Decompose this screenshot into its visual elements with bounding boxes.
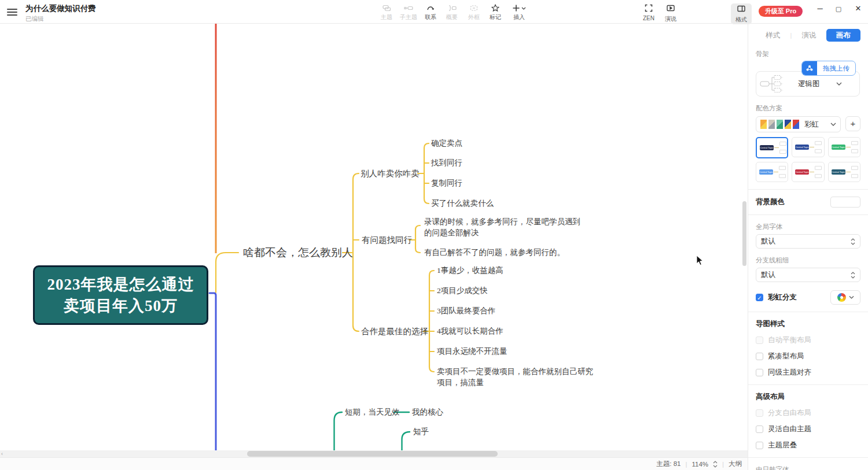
theme-card[interactable]: Central Topic <box>828 137 860 157</box>
topic-node[interactable]: 有问题找同行 <box>362 235 412 246</box>
zen-mode-button[interactable]: ZEN <box>638 3 659 21</box>
topic-node[interactable]: 3团队最终要合作 <box>437 306 495 316</box>
theme-card[interactable]: Central Topic <box>792 137 824 157</box>
topic-count: 主题: 81 <box>656 460 681 468</box>
tab-present[interactable]: 演说 <box>792 31 826 40</box>
tab-style[interactable]: 样式 <box>756 31 790 40</box>
background-color-swatch[interactable] <box>830 197 860 208</box>
central-topic[interactable]: 2023年我是怎么通过 卖项目年入50万 <box>33 265 208 325</box>
topic-node[interactable]: 短期，当天见效 <box>345 407 400 417</box>
theme-central-topic: Central Topic <box>832 145 845 150</box>
toolbar-subtopic-button[interactable]: 子主题 <box>398 3 420 21</box>
theme-central-topic: Central Topic <box>759 169 773 175</box>
topic-node[interactable]: 2项目少成交快 <box>437 286 488 296</box>
add-scheme-button[interactable]: + <box>845 116 860 131</box>
auto-balance-checkbox[interactable] <box>756 336 763 344</box>
drag-upload-label: 拖拽上传 <box>817 64 855 73</box>
branch-width-select[interactable]: 默认 <box>756 268 860 282</box>
central-topic-line2: 卖项目年入50万 <box>64 295 178 317</box>
format-panel-button[interactable]: 格式 <box>731 3 752 24</box>
chevron-down-icon <box>836 82 842 86</box>
titlebar: 为什么要做知识付费 已编辑 主题 子主题 联系 概要 外框 标记 <box>0 0 868 24</box>
theme-central-topic: Central Topic <box>832 169 845 175</box>
scroll-left-icon: ‹ <box>1 450 3 457</box>
color-scheme-select[interactable]: 彩虹 <box>756 116 841 132</box>
maximize-button[interactable]: ▢ <box>830 1 847 16</box>
skeleton-label: 骨架 <box>756 50 860 58</box>
tab-canvas[interactable]: 画布 <box>826 29 860 42</box>
toolbar-topic-button[interactable]: 主题 <box>376 3 398 21</box>
close-button[interactable]: ✕ <box>849 1 867 16</box>
topic-node[interactable]: 确定卖点 <box>431 138 462 149</box>
topic-node[interactable]: 买了什么就卖什么 <box>431 198 494 209</box>
outline-toggle[interactable]: 大纲 <box>729 460 742 468</box>
summary-icon <box>447 3 457 13</box>
topic-node[interactable]: 卖项目不一定要做项目，能合作就别自己研究项目，搞流量 <box>437 366 598 388</box>
topic-node[interactable]: 复制同行 <box>431 178 462 188</box>
topic-node[interactable]: 别人咋卖你咋卖 <box>361 168 420 179</box>
topic-node[interactable]: 录课的时候，就多参考同行，尽量吧学员遇到的问题全部解决 <box>424 216 585 238</box>
topic-node[interactable]: 4我就可以长期合作 <box>437 326 503 336</box>
menu-icon[interactable] <box>7 7 17 15</box>
theme-card[interactable]: Central Topic <box>828 162 860 182</box>
topic-node[interactable]: 合作是最佳的选择 <box>361 326 428 337</box>
rainbow-branch-label: 彩虹分支 <box>768 293 797 302</box>
flexible-topic-checkbox[interactable] <box>756 425 763 433</box>
topic-node[interactable]: 有自己解答不了的问题，就参考同行的。 <box>424 247 565 258</box>
global-font-value: 默认 <box>761 236 775 246</box>
topic-overlap-checkbox[interactable] <box>756 442 763 449</box>
toolbar-marker-button[interactable]: 标记 <box>484 3 506 21</box>
toolbar-insert-button[interactable]: 插入 <box>508 3 530 21</box>
theme-central-topic: Central Topic <box>795 145 809 150</box>
subtopic-icon <box>404 3 413 13</box>
toolbar-summary-button[interactable]: 概要 <box>441 3 463 21</box>
status-bar: 主题: 81 | 114% | 大纲 <box>0 457 748 470</box>
present-button[interactable]: 演说 <box>660 3 681 23</box>
topic-node[interactable]: 啥都不会，怎么教别人 <box>243 245 353 260</box>
horizontal-scrollbar-thumb[interactable] <box>247 451 498 457</box>
free-branch-checkbox[interactable] <box>756 409 763 417</box>
panel-tabs: 样式 | 演说 画布 <box>756 28 860 42</box>
structure-type-value: 逻辑图 <box>798 79 820 89</box>
upgrade-pro-button[interactable]: 升级至 Pro <box>759 6 803 17</box>
color-scheme-label: 配色方案 <box>756 104 860 113</box>
rainbow-branch-checkbox[interactable]: ✓ <box>756 294 763 301</box>
theme-grid: Central Topic Central Topic Central Topi… <box>756 137 860 182</box>
toolbar-boundary-button[interactable]: 外框 <box>463 3 485 21</box>
rainbow-color-select[interactable] <box>830 290 860 305</box>
mindmap-canvas[interactable]: 2023年我是怎么通过 卖项目年入50万 啥都不会，怎么教别人 别人咋卖你咋卖 … <box>0 23 748 470</box>
drag-upload-button[interactable]: 拖拽上传 <box>801 61 856 76</box>
global-font-label: 全局字体 <box>756 223 860 231</box>
topic-node[interactable]: 找到同行 <box>431 158 462 168</box>
document-title: 为什么要做知识付费 <box>25 3 96 14</box>
topic-node[interactable]: 1事越少，收益越高 <box>437 265 503 276</box>
star-icon <box>491 3 500 13</box>
minimize-button[interactable]: ─ <box>811 1 829 16</box>
color-wheel-icon <box>837 293 846 302</box>
stepper-icon <box>851 238 855 246</box>
boundary-icon <box>469 3 479 13</box>
topic-node[interactable]: 项目永远绕不开流量 <box>437 346 507 357</box>
theme-card[interactable]: Central Topic <box>756 137 788 158</box>
sibling-align-checkbox[interactable] <box>756 369 763 376</box>
format-panel: 样式 | 演说 画布 骨架 逻辑图 <box>748 23 868 470</box>
compact-layout-checkbox[interactable] <box>756 353 763 360</box>
scheme-swatch <box>777 120 783 129</box>
toolbar-relationship-button[interactable]: 联系 <box>420 3 442 21</box>
topic-icon <box>382 3 391 13</box>
document-status: 已编辑 <box>25 15 96 23</box>
stepper-icon <box>851 271 855 279</box>
global-font-select[interactable]: 默认 <box>756 234 860 249</box>
zen-icon <box>644 3 653 13</box>
topic-node[interactable]: 我的核心 <box>412 407 443 417</box>
scheme-swatch <box>793 120 799 129</box>
format-panel-icon <box>737 4 746 13</box>
topic-node[interactable]: 知乎 <box>413 427 429 437</box>
theme-card[interactable]: Central Topic <box>756 162 788 182</box>
advanced-layout-header: 高级布局 <box>756 392 860 402</box>
cjk-font-label: 中日韩字体 <box>756 465 860 470</box>
vertical-scrollbar-thumb[interactable] <box>742 201 746 266</box>
theme-card[interactable]: Central Topic <box>792 162 824 182</box>
logic-chart-thumbnail <box>760 73 790 94</box>
zoom-stepper-icon[interactable] <box>713 460 718 468</box>
